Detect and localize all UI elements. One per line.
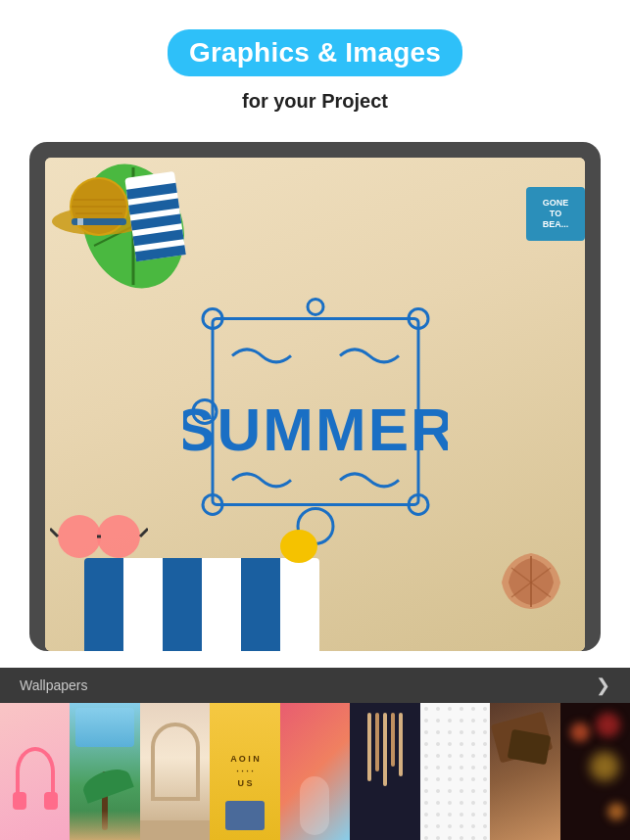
svg-rect-33: [84, 558, 123, 651]
svg-rect-12: [77, 218, 83, 225]
svg-point-28: [58, 515, 101, 558]
title-text: Graphics & Images: [189, 37, 441, 68]
svg-point-24: [308, 299, 323, 314]
thumbnail-8[interactable]: [490, 703, 559, 840]
svg-rect-36: [202, 558, 241, 651]
thumbnail-6[interactable]: [350, 703, 419, 840]
thumbnails-row: A O I N· · · ·U S: [0, 703, 630, 840]
svg-point-29: [97, 515, 140, 558]
thumbnail-5[interactable]: [280, 703, 350, 840]
svg-line-31: [50, 529, 58, 537]
subtitle-text: for your Project: [20, 90, 610, 113]
title-badge: Graphics & Images: [168, 29, 462, 76]
bottom-bar[interactable]: Wallpapers ❯: [0, 668, 630, 703]
lemon-fruit: [280, 530, 317, 563]
thumbnail-4[interactable]: A O I N· · · ·U S: [210, 703, 279, 840]
sunglasses: [50, 509, 148, 563]
gone-beach-sign: GONETOBEA...: [526, 187, 585, 241]
svg-rect-38: [280, 558, 319, 651]
svg-rect-34: [123, 558, 163, 651]
svg-text:SUMMER: SUMMER: [183, 396, 448, 463]
svg-rect-43: [420, 703, 490, 840]
wallpapers-label: Wallpapers: [20, 677, 88, 693]
main-card: GONETOBEA...: [29, 142, 601, 651]
thumbnail-3[interactable]: [140, 703, 210, 840]
svg-line-32: [140, 529, 148, 537]
image-preview[interactable]: GONETOBEA...: [45, 158, 585, 651]
striped-towel: [84, 558, 319, 651]
thumbnail-9[interactable]: [560, 703, 630, 840]
summer-graphic-overlay: SUMMER: [183, 289, 448, 563]
seashell: [497, 548, 565, 612]
svg-rect-35: [163, 558, 202, 651]
chevron-down-icon[interactable]: ❯: [596, 675, 610, 696]
header: Graphics & Images for your Project: [0, 0, 630, 132]
thumbnail-1[interactable]: [0, 703, 70, 840]
thumbnail-7[interactable]: [420, 703, 490, 840]
summer-image: GONETOBEA...: [45, 158, 585, 651]
svg-rect-37: [241, 558, 280, 651]
thumbnail-2[interactable]: [70, 703, 139, 840]
headphone-icon: [16, 747, 55, 796]
